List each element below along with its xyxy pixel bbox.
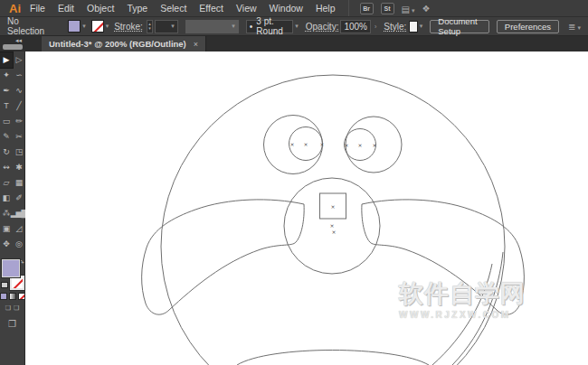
stroke-weight-dropdown[interactable]: ▾ <box>155 20 177 33</box>
chevron-down-icon: ▾ <box>82 23 86 30</box>
width-profile-dropdown[interactable]: ▾ <box>185 20 239 33</box>
document-setup-button[interactable]: Document Setup <box>430 20 489 33</box>
draw-normal-icon[interactable]: ❏ <box>5 304 11 312</box>
chevron-right-icon: › <box>375 23 376 30</box>
brush-preview-icon: • <box>250 22 253 32</box>
menu-file[interactable]: File <box>30 3 45 14</box>
stepper-down-icon[interactable]: ▾ <box>148 26 151 31</box>
gradient-tool[interactable]: ◧ <box>0 191 13 206</box>
svg-text:×: × <box>329 222 334 229</box>
workspace-switcher[interactable]: ≣▾ <box>568 22 581 32</box>
menu-select[interactable]: Select <box>160 3 186 14</box>
stroke-indicator-swatch[interactable] <box>10 276 24 290</box>
shape-builder-tool[interactable]: ✱ <box>13 160 25 175</box>
rotate-tool[interactable]: ↻ <box>0 145 13 160</box>
paint-mode-buttons <box>0 293 25 300</box>
slice-tool[interactable]: ◿ <box>13 221 25 237</box>
opacity-label[interactable]: Opacity: <box>306 22 339 32</box>
none-button[interactable] <box>18 293 25 300</box>
tools-panel-header: ◂◂ <box>0 36 25 51</box>
bottom-arc-path[interactable] <box>237 351 429 365</box>
color-button[interactable] <box>0 293 7 300</box>
panel-drag-tile[interactable] <box>3 44 23 50</box>
head-circle-path[interactable] <box>161 75 505 365</box>
stroke-color-swatch[interactable] <box>91 20 104 33</box>
fill-color-control[interactable]: ▾ <box>68 20 86 33</box>
stock-button[interactable]: St <box>381 3 394 14</box>
pen-tool[interactable]: ✒ <box>0 83 13 98</box>
free-transform-tool[interactable]: ◳ <box>13 145 25 160</box>
perspective-grid-tool[interactable]: ▱ <box>0 175 13 191</box>
curvature-tool[interactable]: ∿ <box>13 83 25 98</box>
screen-mode-icon[interactable]: ❐ <box>8 319 16 329</box>
svg-text:×: × <box>331 229 336 235</box>
menu-help[interactable]: Help <box>316 3 336 14</box>
slice-tool-icon: ◿ <box>16 225 22 233</box>
lasso-tool-icon: ∽ <box>15 71 22 80</box>
bridge-button[interactable]: Br <box>360 3 374 14</box>
direct-selection-tool[interactable]: ▷ <box>13 52 25 68</box>
menu-object[interactable]: Object <box>87 3 114 14</box>
svg-text:×: × <box>357 142 362 148</box>
lasso-tool[interactable]: ∽ <box>13 68 25 83</box>
width-tool-icon: ↭ <box>3 164 9 172</box>
document-title: Untitled-3* @ 200% (RGB/Outline) <box>49 39 186 49</box>
pencil-tool-icon: ✎ <box>3 133 9 141</box>
gradient-button[interactable] <box>9 293 16 300</box>
tail-curve-1[interactable] <box>432 264 492 365</box>
swap-fill-stroke-icon[interactable]: ↷ <box>19 259 24 267</box>
brush-definition-dropdown[interactable]: • 3 pt. Round <box>246 20 293 33</box>
hand-tool[interactable]: ✥ <box>0 237 13 252</box>
rectangle-tool-icon: ▭ <box>3 117 10 126</box>
opacity-input[interactable]: 100% <box>340 20 371 33</box>
width-tool[interactable]: ↭ <box>0 160 13 175</box>
touch-workspace-icon[interactable]: ❖ <box>422 4 431 14</box>
pencil-tool[interactable]: ✎ <box>0 129 13 145</box>
menu-edit[interactable]: Edit <box>58 3 74 14</box>
drawing-mode-buttons: ❏ ❏ <box>5 304 20 312</box>
document-tab[interactable]: Untitled-3* @ 200% (RGB/Outline) × <box>42 36 206 51</box>
line-segment-tool[interactable]: ╱ <box>13 98 25 114</box>
stroke-color-control[interactable]: ▾ <box>91 20 109 33</box>
zoom-tool-icon: ◎ <box>15 240 22 248</box>
close-tab-icon[interactable]: × <box>194 40 198 49</box>
left-wing-path[interactable] <box>142 200 305 314</box>
artboard-tool[interactable]: ▣ <box>0 221 13 237</box>
style-label[interactable]: Style: <box>384 22 406 32</box>
menu-view[interactable]: View <box>236 3 257 14</box>
hand-tool-icon: ✥ <box>3 240 9 248</box>
mesh-tool-icon: ▦ <box>15 179 23 187</box>
type-tool[interactable]: T <box>0 98 13 114</box>
right-wing-path[interactable] <box>362 200 525 314</box>
control-bar: No Selection ▾ ▾ Stroke: ▴ ▾ ▾ ▾ • 3 pt.… <box>0 17 588 36</box>
selection-tool[interactable]: ▶ <box>0 52 13 68</box>
menu-type[interactable]: Type <box>127 3 147 14</box>
chevron-down-icon: ▾ <box>106 23 109 30</box>
zoom-tool[interactable]: ◎ <box>13 237 25 252</box>
graph-tool[interactable]: ▂▅▇ <box>13 206 25 221</box>
arrange-documents-button[interactable]: ▤▾ <box>402 0 415 16</box>
menu-effect[interactable]: Effect <box>199 3 223 14</box>
paintbrush-tool[interactable]: ✏ <box>13 114 25 129</box>
magic-wand-tool-icon: ✦ <box>3 71 9 80</box>
fill-color-swatch[interactable] <box>68 20 81 33</box>
line-segment-tool-icon: ╱ <box>16 102 20 110</box>
magic-wand-tool[interactable]: ✦ <box>0 68 13 83</box>
chevron-down-icon: ▾ <box>295 23 299 30</box>
preferences-button[interactable]: Preferences <box>497 20 559 33</box>
graphic-style-swatch[interactable] <box>409 21 417 33</box>
gradient-tool-icon: ◧ <box>3 194 10 202</box>
collapse-panel-icon[interactable]: ◂◂ <box>15 38 22 42</box>
artboard-canvas[interactable]: ××× ××× × ×× 软件自学网 WWW.RJZXW.COM <box>25 51 588 365</box>
eyedropper-tool[interactable]: ✐ <box>13 191 25 206</box>
rectangle-tool[interactable]: ▭ <box>0 114 13 129</box>
stroke-weight-stepper[interactable]: ▴ ▾ <box>147 20 153 33</box>
menu-window[interactable]: Window <box>270 3 303 14</box>
mesh-tool[interactable]: ▦ <box>13 175 25 191</box>
draw-behind-icon[interactable]: ❏ <box>14 304 19 312</box>
fill-stroke-indicator: ↷ <box>1 259 24 290</box>
stroke-weight-label[interactable]: Stroke: <box>114 22 143 32</box>
fill-indicator-swatch[interactable] <box>2 259 20 277</box>
scissors-tool[interactable]: ✂ <box>13 129 25 145</box>
default-fill-stroke-icon[interactable] <box>1 282 8 288</box>
